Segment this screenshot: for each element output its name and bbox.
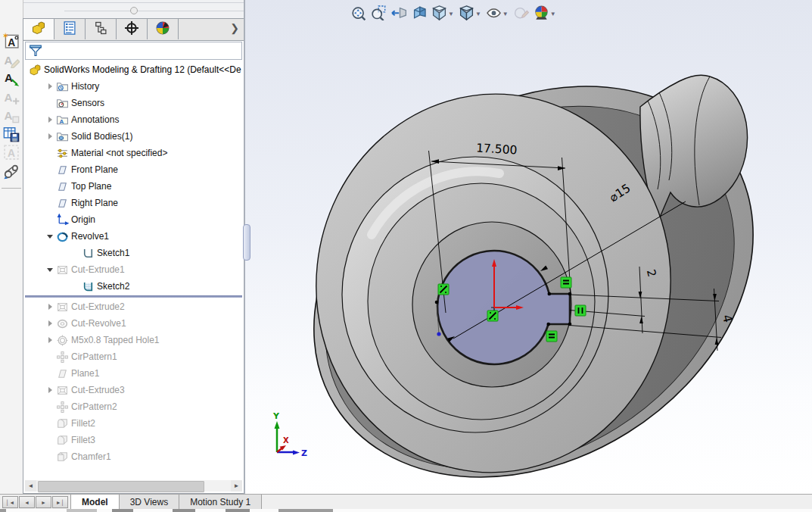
panel-splitter-handle[interactable]	[243, 224, 250, 261]
next-study-button[interactable]: ►	[36, 496, 51, 508]
expand-arrow[interactable]	[45, 83, 55, 89]
tree-root-item[interactable]: SolidWorks Modeling & Drafting 12 (Defau…	[25, 61, 242, 78]
tree-item-sketch2[interactable]: Sketch2	[25, 278, 242, 295]
headsup-toolbar: ▼▼▼▼	[348, 4, 558, 23]
scroll-thumb[interactable]	[38, 481, 204, 492]
tree-item-plane1[interactable]: Plane1	[25, 365, 242, 382]
filter-input[interactable]	[45, 43, 241, 58]
display-style-button[interactable]: ▼	[457, 4, 483, 23]
expand-arrow[interactable]	[45, 268, 55, 272]
commandmanager-collapse-pill[interactable]	[130, 7, 138, 14]
previous-study-button[interactable]: ◄	[19, 496, 35, 508]
edit-appearance-icon	[513, 5, 529, 23]
expand-arrow[interactable]	[45, 304, 55, 310]
tree-item-label: Sketch1	[97, 248, 129, 258]
expand-arrow[interactable]	[45, 320, 55, 326]
configurationmanager-icon	[93, 20, 108, 38]
cut-extrude-icon	[55, 384, 69, 397]
rollback-bar[interactable]	[25, 295, 242, 298]
sketch-icon	[81, 247, 95, 260]
tree-item-cirpattern1[interactable]: CirPattern1	[25, 348, 242, 365]
tab-model[interactable]: Model	[70, 495, 120, 510]
tree-item-label: Fillet3	[71, 435, 95, 445]
edit-annotation-button[interactable]: A	[2, 52, 20, 70]
tree-item-top-plane[interactable]: Top Plane	[25, 178, 242, 195]
first-study-button[interactable]: │◄	[2, 496, 18, 508]
tree-item-cut-revolve1[interactable]: Cut-Revolve1	[25, 315, 242, 332]
add-annotation-button[interactable]: A	[2, 89, 20, 107]
tree-item-cirpattern2[interactable]: CirPattern2	[25, 398, 242, 415]
dropdown-arrow-icon[interactable]: ▼	[502, 11, 509, 17]
svg-text:Y: Y	[272, 411, 280, 421]
tab-propertymanager[interactable]	[54, 19, 86, 39]
tree-item-m5x0-8-tapped-hole1[interactable]: M5x0.8 Tapped Hole1	[25, 332, 242, 348]
tabstrip-overflow-arrow[interactable]: ❯	[230, 22, 239, 34]
tree-item-fillet3[interactable]: Fillet3	[25, 432, 242, 448]
tab-configurationmanager[interactable]	[86, 19, 117, 39]
tree-item-label: Annotations	[71, 114, 119, 125]
tree-item-revolve1[interactable]: Revolve1	[25, 228, 242, 245]
note-annotation-button[interactable]: A✶	[2, 33, 20, 51]
plane1-icon	[55, 367, 69, 380]
save-table-button[interactable]	[2, 126, 20, 144]
propertymanager-icon	[62, 20, 77, 38]
annotation-toolbar: A✶AAAAA	[0, 0, 23, 494]
tree-item-annotations[interactable]: AAnnotations	[25, 111, 242, 128]
previous-view-button[interactable]	[389, 4, 408, 23]
tab-3d-views[interactable]: 3D Views	[120, 495, 179, 510]
tree-item-history[interactable]: History	[25, 78, 242, 95]
graphics-viewport[interactable]: 17.500 ⌀15 2 4	[245, 0, 812, 494]
annotation-properties-button[interactable]: A	[2, 108, 20, 125]
dropdown-arrow-icon[interactable]: ▼	[448, 11, 454, 17]
dropdown-arrow-icon[interactable]: ▼	[475, 11, 481, 17]
expand-arrow[interactable]	[45, 235, 55, 239]
tree-item-chamfer1[interactable]: Chamfer1	[25, 448, 242, 465]
tree-item-right-plane[interactable]: Right Plane	[25, 195, 242, 211]
tab-motion-study-1[interactable]: Motion Study 1	[179, 495, 262, 510]
auto-annotation-button[interactable]: A	[2, 145, 20, 162]
tree-item-fillet2[interactable]: Fillet2	[25, 415, 242, 432]
tree-item-cut-extrude3[interactable]: Cut-Extrude3	[25, 382, 242, 398]
tree-item-cut-extrude1[interactable]: Cut-Extrude1	[25, 261, 242, 278]
tree-item-origin[interactable]: Origin	[25, 211, 242, 228]
tree-item-sensors[interactable]: Sensors	[25, 95, 242, 111]
scroll-track[interactable]	[36, 480, 231, 492]
scroll-left-button[interactable]: ◄	[25, 480, 36, 492]
dimxpertmanager-icon	[124, 20, 139, 38]
expand-arrow[interactable]	[45, 133, 55, 139]
apply-scene-button[interactable]: ▼	[532, 4, 558, 23]
zoom-to-area-button[interactable]	[369, 4, 387, 23]
expand-arrow[interactable]	[45, 387, 55, 393]
edit-appearance-button[interactable]	[512, 4, 530, 23]
displaymanager-icon	[155, 20, 170, 38]
scroll-right-button[interactable]: ►	[231, 480, 242, 492]
tab-displaymanager[interactable]	[148, 19, 179, 39]
panel-hscrollbar[interactable]: ◄ ►	[25, 480, 242, 492]
view-orientation-icon	[431, 5, 447, 23]
last-study-button[interactable]: ►│	[52, 496, 68, 508]
tree-item-material-not-specified-[interactable]: Material <not specified>	[25, 145, 242, 161]
tree-item-label: Plane1	[71, 368, 99, 379]
dropdown-arrow-icon[interactable]: ▼	[550, 11, 556, 17]
tree-item-sketch1[interactable]: Sketch1	[25, 245, 242, 261]
hide-show-items-button[interactable]: ▼	[484, 4, 510, 23]
filter-funnel-icon[interactable]	[29, 44, 42, 58]
view-orientation-button[interactable]: ▼	[430, 4, 456, 23]
featuremanager-tabstrip	[23, 19, 244, 41]
tree-item-solid-bodies-1-[interactable]: Solid Bodies(1)	[25, 128, 242, 145]
tree-item-front-plane[interactable]: Front Plane	[25, 161, 242, 178]
zoom-to-fit-button[interactable]	[348, 4, 367, 23]
svg-text:✶: ✶	[3, 33, 9, 40]
section-view-button[interactable]	[409, 4, 428, 23]
tab-dimxpertmanager[interactable]	[117, 19, 148, 39]
tree-item-label: Front Plane	[71, 164, 118, 175]
expand-arrow[interactable]	[45, 337, 55, 343]
tree-item-label: Fillet2	[71, 418, 95, 429]
insert-annotation-button[interactable]: A	[2, 70, 20, 88]
belt-chain-button[interactable]	[2, 164, 20, 181]
featuremanager-design-tree-icon	[31, 20, 46, 38]
tab-featuremanager-design-tree[interactable]	[23, 19, 54, 39]
expand-arrow[interactable]	[45, 117, 55, 123]
tree-item-cut-extrude2[interactable]: Cut-Extrude2	[25, 298, 242, 315]
tree-item-label: CirPattern2	[71, 401, 117, 412]
